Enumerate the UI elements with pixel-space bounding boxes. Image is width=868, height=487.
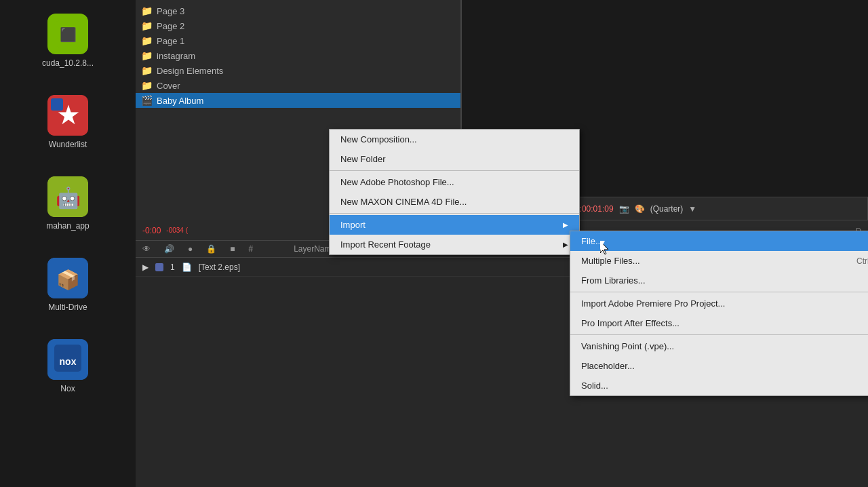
tree-label-cover: Cover bbox=[157, 81, 180, 91]
quality-dropdown-icon[interactable]: ▼ bbox=[688, 204, 696, 214]
desktop: ⬛ cuda_10.2.8... ★ Wunderlist 🤖 bbox=[0, 0, 868, 487]
menu-separator-2 bbox=[330, 213, 579, 214]
submenu-arrow-recent: ▶ bbox=[563, 241, 568, 248]
icon-mahan[interactable]: 🤖 mahan_app bbox=[46, 176, 89, 231]
submenu-arrow-import: ▶ bbox=[563, 221, 568, 229]
tree-label-page2: Page 2 bbox=[157, 21, 184, 31]
folder-icon-design: 📁 bbox=[141, 65, 153, 76]
menu-vanishing-point[interactable]: Vanishing Point (.vpe)... bbox=[570, 336, 868, 356]
menu-import-label: Import bbox=[340, 220, 366, 230]
menu-multiple-files-shortcut: Ctrl+Alt+I bbox=[856, 256, 868, 266]
multidrive-icon-image: 📦 bbox=[47, 258, 88, 298]
svg-text:⬛: ⬛ bbox=[60, 26, 77, 43]
menu-new-folder-label: New Folder bbox=[340, 154, 385, 164]
folder-icon-cover: 📁 bbox=[141, 80, 153, 91]
folder-icon-page2: 📁 bbox=[141, 20, 153, 31]
layer-number: 1 bbox=[170, 262, 175, 272]
layer-expand-arrow[interactable]: ▶ bbox=[142, 262, 149, 272]
menu-new-folder[interactable]: New Folder bbox=[330, 149, 579, 169]
cuda-icon-image: ⬛ bbox=[47, 14, 88, 54]
secondary-context-menu: File... Ctrl+I Multiple Files... Ctrl+Al… bbox=[570, 231, 868, 396]
layer-icon: 📄 bbox=[182, 262, 192, 272]
menu-new-composition-label: New Composition... bbox=[340, 134, 417, 144]
svg-rect-4 bbox=[51, 98, 63, 111]
icon-cuda[interactable]: ⬛ cuda_10.2.8... bbox=[42, 14, 94, 68]
submenu-separator-2 bbox=[570, 334, 868, 335]
wunderlist-icon-image: ★ bbox=[47, 95, 88, 136]
submenu-separator-1 bbox=[570, 292, 868, 292]
quality-display[interactable]: (Quarter) bbox=[650, 204, 684, 214]
menu-placeholder-label: Placeholder... bbox=[581, 361, 635, 371]
ae-application: 📁 Page 3 📁 Page 2 📁 Page 1 📁 instagram 📁 bbox=[136, 0, 868, 487]
menu-new-cinema4d[interactable]: New MAXON CINEMA 4D File... bbox=[330, 192, 579, 212]
menu-import[interactable]: Import ▶ bbox=[330, 215, 579, 235]
tree-item-page3[interactable]: 📁 Page 3 bbox=[136, 3, 460, 18]
menu-new-photoshop[interactable]: New Adobe Photoshop File... bbox=[330, 172, 579, 192]
icon-wunderlist[interactable]: ★ Wunderlist bbox=[47, 95, 88, 149]
menu-multiple-files[interactable]: Multiple Files... Ctrl+Alt+I bbox=[570, 251, 868, 271]
menu-solid[interactable]: Solid... bbox=[570, 376, 868, 395]
svg-text:📦: 📦 bbox=[56, 269, 80, 291]
layer-color-label bbox=[155, 263, 163, 271]
nox-icon-image: nox bbox=[47, 339, 88, 380]
wunderlist-label: Wunderlist bbox=[49, 140, 87, 149]
frame-info: -0034 ( bbox=[166, 227, 188, 234]
tree-item-page1[interactable]: 📁 Page 1 bbox=[136, 33, 460, 48]
tree-item-instagram[interactable]: 📁 instagram bbox=[136, 48, 460, 63]
tree-item-design-elements[interactable]: 📁 Design Elements bbox=[136, 63, 460, 78]
lock-col-header: 🔒 bbox=[206, 244, 216, 254]
project-tree: 📁 Page 3 📁 Page 2 📁 Page 1 📁 instagram 📁 bbox=[136, 0, 460, 111]
menu-vanishing-point-label: Vanishing Point (.vpe)... bbox=[581, 341, 674, 351]
svg-text:🤖: 🤖 bbox=[55, 186, 81, 210]
tree-item-page2[interactable]: 📁 Page 2 bbox=[136, 18, 460, 33]
menu-from-libraries[interactable]: From Libraries... bbox=[570, 271, 868, 290]
folder-icon-page1: 📁 bbox=[141, 35, 153, 46]
audio-col-header: 🔊 bbox=[164, 244, 174, 254]
eye-col-header: 👁 bbox=[142, 244, 151, 254]
menu-placeholder[interactable]: Placeholder... bbox=[570, 356, 868, 376]
project-panel: 📁 Page 3 📁 Page 2 📁 Page 1 📁 instagram 📁 bbox=[136, 0, 461, 149]
label-col-header: ■ bbox=[230, 244, 235, 254]
menu-solid-label: Solid... bbox=[581, 381, 608, 391]
mahan-icon-image: 🤖 bbox=[47, 176, 88, 217]
icon-multidrive[interactable]: 📦 Multi-Drive bbox=[47, 258, 88, 312]
tree-item-baby-album[interactable]: 🎬 Baby Album bbox=[136, 93, 460, 108]
cuda-label: cuda_10.2.8... bbox=[42, 58, 94, 68]
layer-name: [Text 2.eps] bbox=[199, 262, 240, 272]
tree-label-design: Design Elements bbox=[157, 66, 223, 76]
menu-import-premiere-label: Import Adobe Premiere Pro Project... bbox=[581, 298, 725, 309]
solo-col-header: ● bbox=[188, 244, 193, 254]
comp-icon-baby-album: 🎬 bbox=[141, 95, 153, 106]
menu-file[interactable]: File... Ctrl+I bbox=[570, 231, 868, 251]
time-indicator: -0:00 bbox=[142, 226, 161, 235]
primary-context-menu: New Composition... New Folder New Adobe … bbox=[329, 129, 580, 255]
menu-import-recent[interactable]: Import Recent Footage ▶ bbox=[330, 235, 579, 254]
tree-item-cover[interactable]: 📁 Cover bbox=[136, 78, 460, 93]
snapshot-icon: 📷 bbox=[619, 204, 629, 214]
menu-import-recent-label: Import Recent Footage bbox=[340, 239, 431, 250]
menu-new-cinema4d-label: New MAXON CINEMA 4D File... bbox=[340, 197, 467, 207]
menu-new-composition[interactable]: New Composition... bbox=[330, 130, 579, 149]
tree-label-instagram: instagram bbox=[157, 51, 195, 61]
mahan-label: mahan_app bbox=[46, 221, 89, 231]
menu-new-photoshop-label: New Adobe Photoshop File... bbox=[340, 177, 454, 187]
folder-icon-instagram: 📁 bbox=[141, 50, 153, 61]
icon-nox[interactable]: nox Nox bbox=[47, 339, 88, 393]
tree-label-page3: Page 3 bbox=[157, 6, 184, 16]
folder-icon-page3: 📁 bbox=[141, 5, 153, 16]
menu-file-label: File... bbox=[581, 236, 603, 246]
tree-label-baby-album: Baby Album bbox=[157, 96, 203, 106]
menu-separator-1 bbox=[330, 170, 579, 171]
svg-text:nox: nox bbox=[60, 356, 77, 367]
tree-label-page1: Page 1 bbox=[157, 36, 184, 46]
menu-pro-import[interactable]: Pro Import After Effects... bbox=[570, 313, 868, 333]
menu-pro-import-label: Pro Import After Effects... bbox=[581, 318, 679, 328]
color-icon: 🎨 bbox=[635, 204, 645, 214]
num-col-header: # bbox=[249, 244, 254, 254]
nox-label: Nox bbox=[60, 384, 75, 393]
menu-import-premiere[interactable]: Import Adobe Premiere Pro Project... bbox=[570, 294, 868, 313]
menu-from-libraries-label: From Libraries... bbox=[581, 275, 646, 286]
multidrive-label: Multi-Drive bbox=[48, 303, 87, 312]
desktop-sidebar: ⬛ cuda_10.2.8... ★ Wunderlist 🤖 bbox=[0, 0, 136, 487]
menu-multiple-files-label: Multiple Files... bbox=[581, 256, 640, 266]
